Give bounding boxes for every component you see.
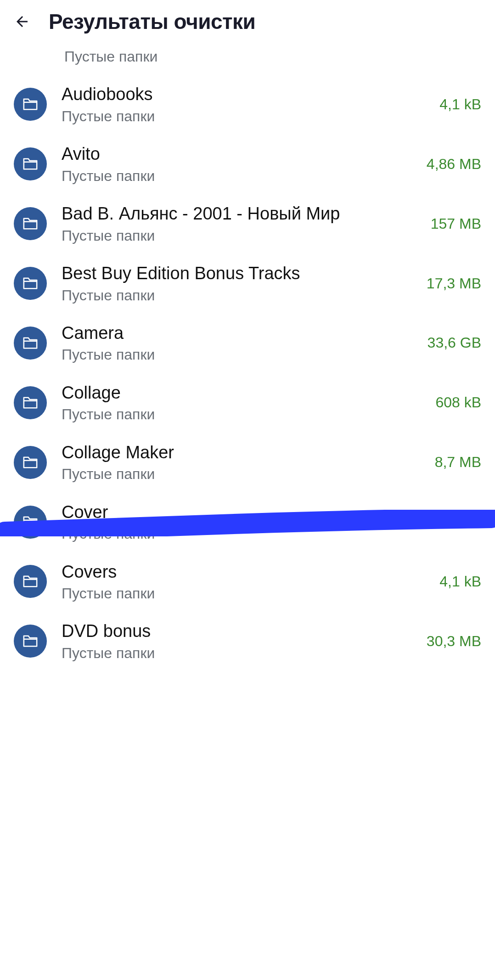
list-item[interactable]: Best Buy Edition Bonus Tracks Пустые пап… <box>14 253 481 313</box>
back-icon[interactable] <box>14 13 30 30</box>
item-subtitle: Пустые папки <box>62 585 425 602</box>
list-item[interactable]: DVD bonus Пустые папки 30,3 MB <box>14 611 481 671</box>
folder-icon <box>14 446 47 479</box>
item-subtitle: Пустые папки <box>62 525 425 542</box>
list-item[interactable]: Covers Пустые папки 4,1 kB <box>14 552 481 612</box>
item-subtitle: Пустые папки <box>62 346 413 363</box>
results-list: Пустые папки Audiobooks Пустые папки 4,1… <box>0 48 495 685</box>
item-subtitle: Пустые папки <box>62 167 412 185</box>
folder-icon <box>14 386 47 419</box>
item-title: Camera <box>62 322 413 344</box>
item-subtitle: Пустые папки <box>62 227 416 244</box>
list-item[interactable]: Collage Maker Пустые папки 8,7 MB <box>14 433 481 492</box>
folder-icon <box>14 327 47 360</box>
folder-icon <box>14 506 47 539</box>
folder-icon <box>14 565 47 598</box>
list-item[interactable]: Collage Пустые папки 608 kB <box>14 373 481 433</box>
item-title: Cover <box>62 501 425 524</box>
page-title: Результаты очистки <box>49 9 255 34</box>
item-size: 4,1 kB <box>439 96 481 113</box>
folder-icon <box>14 207 47 240</box>
item-subtitle: Пустые папки <box>62 107 425 125</box>
item-subtitle: Пустые папки <box>64 48 481 65</box>
item-size: 4,1 kB <box>439 513 481 530</box>
list-item-partial[interactable]: Пустые папки <box>14 48 481 74</box>
folder-icon <box>14 88 47 121</box>
item-size: 30,3 MB <box>427 633 481 650</box>
list-item[interactable]: Cover Пустые папки 4,1 kB <box>14 492 481 552</box>
header: Результаты очистки <box>0 0 495 48</box>
item-title: Covers <box>62 561 425 583</box>
item-subtitle: Пустые папки <box>62 406 421 423</box>
item-title: DVD bonus <box>62 620 412 642</box>
folder-icon <box>14 147 47 180</box>
folder-icon <box>14 267 47 300</box>
item-title: Audiobooks <box>62 84 425 106</box>
item-size: 608 kB <box>435 394 481 411</box>
item-title: Avito <box>62 143 412 165</box>
item-size: 4,86 MB <box>427 156 481 173</box>
item-size: 4,1 kB <box>439 573 481 590</box>
item-size: 33,6 GB <box>428 334 481 351</box>
item-subtitle: Пустые папки <box>62 644 412 662</box>
folder-icon <box>14 625 47 658</box>
list-item[interactable]: Avito Пустые папки 4,86 MB <box>14 134 481 194</box>
item-title: Collage Maker <box>62 442 420 464</box>
item-title: Best Buy Edition Bonus Tracks <box>62 263 412 285</box>
item-title: Collage <box>62 382 421 404</box>
item-title: Bad B. Альянс - 2001 - Новый Мир <box>62 203 416 225</box>
item-subtitle: Пустые папки <box>62 287 412 304</box>
list-item[interactable]: Camera Пустые папки 33,6 GB <box>14 313 481 373</box>
list-item[interactable]: Audiobooks Пустые папки 4,1 kB <box>14 74 481 134</box>
item-size: 157 MB <box>431 215 481 232</box>
item-size: 8,7 MB <box>435 454 481 471</box>
list-item[interactable]: Bad B. Альянс - 2001 - Новый Мир Пустые … <box>14 194 481 253</box>
item-subtitle: Пустые папки <box>62 465 420 483</box>
item-size: 17,3 MB <box>427 275 481 292</box>
